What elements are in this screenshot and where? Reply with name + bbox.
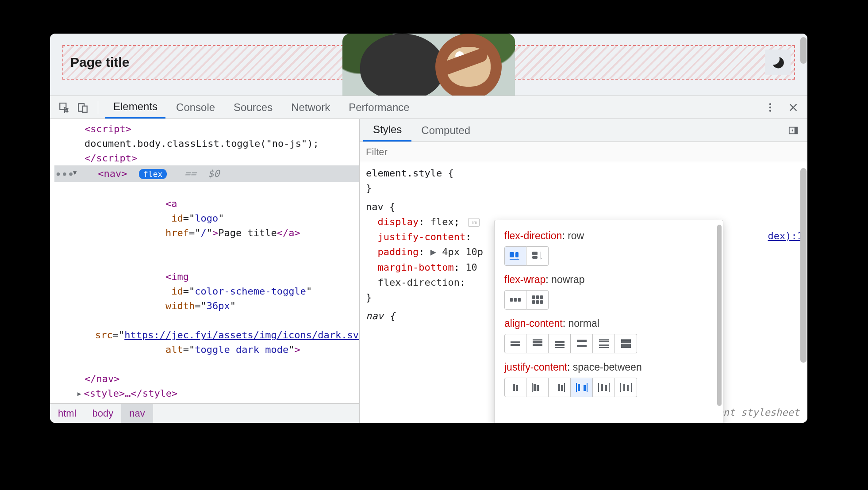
- flex-direction-column-btn[interactable]: [526, 246, 549, 266]
- svg-rect-33: [599, 347, 609, 348]
- align-content-center-btn[interactable]: [504, 334, 526, 353]
- svg-rect-15: [536, 295, 539, 299]
- popup-scrollbar[interactable]: [717, 225, 722, 406]
- svg-rect-11: [510, 298, 513, 302]
- more-icon[interactable]: [762, 100, 778, 115]
- devtools-tabbar: Elements Console Sources Network Perform…: [50, 96, 807, 119]
- dom-img-element[interactable]: <img id="color-scheme-toggle" width="36p…: [54, 255, 359, 371]
- tab-elements[interactable]: Elements: [105, 96, 165, 119]
- page-scrollbar[interactable]: [800, 37, 807, 64]
- svg-rect-22: [533, 339, 542, 340]
- devtools-scrollbar[interactable]: [800, 168, 807, 363]
- dom-more-icon[interactable]: •••: [55, 167, 74, 182]
- page-title-link[interactable]: Page title: [70, 55, 129, 70]
- svg-rect-35: [621, 340, 631, 343]
- align-content-start-btn[interactable]: [526, 334, 549, 353]
- justify-space-around-btn[interactable]: [593, 378, 615, 397]
- svg-rect-42: [537, 385, 539, 391]
- tab-computed[interactable]: Computed: [411, 119, 480, 142]
- svg-rect-36: [621, 344, 631, 347]
- breadcrumb-html[interactable]: html: [50, 408, 84, 419]
- device-toolbar-icon[interactable]: [75, 100, 91, 115]
- dom-script-close: </script>: [84, 153, 137, 164]
- devtools: Elements Console Sources Network Perform…: [50, 96, 807, 423]
- svg-rect-28: [577, 340, 587, 342]
- svg-rect-9: [532, 252, 538, 255]
- flex-wrap-row: flex-wrap: nowrap: [504, 274, 713, 310]
- breadcrumb-nav[interactable]: nav: [121, 404, 153, 423]
- flex-direction-row: flex-direction: row: [504, 230, 713, 266]
- svg-rect-8: [515, 252, 518, 257]
- justify-space-between-btn[interactable]: [571, 378, 593, 397]
- dark-mode-toggle[interactable]: [765, 50, 791, 75]
- svg-point-4: [769, 110, 771, 111]
- svg-rect-56: [627, 385, 629, 391]
- flex-badge[interactable]: flex: [139, 169, 167, 179]
- svg-rect-53: [609, 383, 610, 392]
- svg-rect-6: [795, 127, 797, 134]
- tab-sources[interactable]: Sources: [226, 96, 280, 119]
- flex-editor-icon[interactable]: ▯▯▯: [468, 218, 480, 227]
- svg-rect-34: [621, 339, 631, 340]
- justify-start-btn[interactable]: [526, 378, 549, 397]
- svg-rect-7: [510, 252, 514, 257]
- dom-selected-nav[interactable]: ••• ▼ <nav> flex == $0: [54, 165, 359, 182]
- svg-rect-39: [516, 385, 518, 391]
- dom-tree[interactable]: <script> document.body.classList.toggle(…: [50, 119, 359, 403]
- tab-console[interactable]: Console: [168, 96, 223, 119]
- svg-point-3: [769, 106, 771, 108]
- dom-breadcrumb: html body nav: [50, 403, 359, 423]
- justify-center-btn[interactable]: [504, 378, 526, 397]
- svg-rect-23: [533, 341, 542, 343]
- svg-rect-29: [577, 345, 587, 347]
- svg-rect-10: [532, 256, 538, 259]
- svg-rect-54: [620, 383, 621, 392]
- page-preview: Page title: [50, 34, 807, 96]
- svg-rect-44: [561, 385, 563, 391]
- svg-rect-40: [532, 383, 533, 392]
- justify-content-row: justify-content: space-between: [504, 361, 713, 397]
- expand-triangle-icon[interactable]: ▼: [73, 168, 77, 177]
- styles-filter-input[interactable]: [360, 146, 807, 158]
- svg-rect-14: [532, 295, 535, 299]
- dom-a-element[interactable]: <a id="logo" href="/">Page title</a>: [54, 182, 359, 255]
- svg-rect-1: [83, 106, 87, 112]
- svg-rect-31: [599, 341, 609, 342]
- browser-window: Page title Elements Console: [50, 34, 807, 423]
- dom-style-element[interactable]: <style>…</style>: [54, 386, 359, 401]
- svg-rect-24: [533, 344, 542, 346]
- styles-filter-row: [360, 142, 807, 162]
- svg-rect-26: [555, 344, 565, 346]
- svg-rect-12: [514, 298, 517, 302]
- flex-direction-row-btn[interactable]: [504, 246, 526, 266]
- breadcrumb-body[interactable]: body: [84, 408, 122, 419]
- svg-rect-38: [513, 384, 515, 391]
- tab-performance[interactable]: Performance: [341, 96, 417, 119]
- dom-panel: <script> document.body.classList.toggle(…: [50, 119, 360, 423]
- tab-styles[interactable]: Styles: [363, 119, 411, 142]
- svg-rect-17: [532, 300, 535, 304]
- justify-space-evenly-btn[interactable]: [615, 378, 637, 397]
- inspect-element-icon[interactable]: [56, 100, 72, 115]
- justify-end-btn[interactable]: [549, 378, 571, 397]
- svg-rect-16: [540, 295, 543, 299]
- svg-rect-27: [555, 347, 565, 348]
- svg-rect-41: [534, 384, 536, 391]
- align-content-end-btn[interactable]: [549, 334, 571, 353]
- align-content-stretch-btn[interactable]: [615, 334, 637, 353]
- tab-network[interactable]: Network: [283, 96, 338, 119]
- flexbox-editor-popup: flex-direction: row flex-wrap: nowrap al…: [494, 220, 723, 423]
- toggle-sidebar-icon[interactable]: [785, 122, 801, 138]
- svg-rect-49: [587, 383, 588, 392]
- svg-point-2: [769, 103, 771, 105]
- close-devtools-icon[interactable]: [785, 100, 801, 115]
- svg-rect-51: [601, 384, 603, 391]
- flex-wrap-nowrap-btn[interactable]: [504, 290, 526, 310]
- source-link[interactable]: dex):1: [768, 229, 803, 244]
- svg-rect-13: [518, 298, 521, 302]
- align-content-around-btn[interactable]: [571, 334, 593, 353]
- align-content-between-btn[interactable]: [593, 334, 615, 353]
- styles-tabbar: Styles Computed: [360, 119, 807, 142]
- flex-wrap-wrap-btn[interactable]: [526, 290, 549, 310]
- svg-rect-25: [555, 341, 565, 343]
